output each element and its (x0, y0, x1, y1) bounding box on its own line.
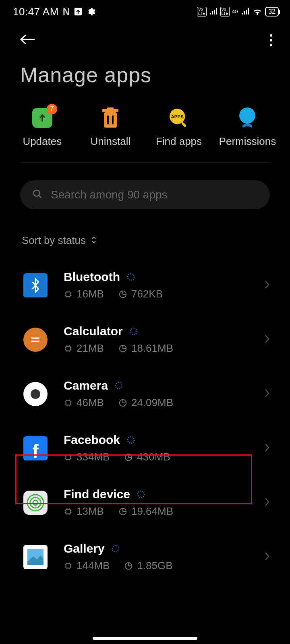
action-permissions[interactable]: Permissions (219, 108, 276, 148)
signal-icon-1 (209, 8, 218, 15)
battery-indicator: 32 (265, 7, 279, 17)
svg-rect-15 (66, 346, 70, 351)
status-time: 10:47 AM (13, 6, 59, 18)
svg-rect-1 (104, 112, 117, 128)
app-data: 762KB (131, 288, 163, 300)
svg-rect-8 (181, 122, 187, 128)
sort-selector[interactable]: Sort by status (0, 209, 290, 247)
updates-badge: 7 (47, 104, 57, 114)
app-data: 18.61MB (131, 342, 173, 355)
chevron-right-icon (264, 388, 270, 400)
chevron-right-icon (264, 443, 270, 454)
trash-icon (100, 108, 120, 128)
action-row: 7 Updates Uninstall APPS Find apps Permi… (0, 103, 290, 162)
more-options-icon[interactable] (270, 34, 272, 46)
svg-rect-18 (66, 400, 70, 405)
volte-icon-2: VoLTE (220, 7, 230, 17)
app-storage: 16MB (77, 288, 104, 300)
volte-icon-1: VoLTE (197, 7, 207, 17)
svg-point-24 (30, 497, 41, 508)
signal-icon-2 (241, 8, 250, 15)
permissions-icon (237, 108, 257, 128)
wifi-icon (252, 8, 263, 16)
camera-icon (23, 382, 48, 406)
svg-text:APPS: APPS (171, 114, 184, 119)
app-item-facebook[interactable]: f Facebook 334MB 430MB (0, 421, 290, 475)
svg-rect-3 (107, 107, 114, 110)
findapps-icon: APPS (169, 108, 189, 128)
svg-rect-21 (66, 455, 70, 459)
app-item-finddevice[interactable]: Find device 13MB 19.64MB (0, 475, 290, 530)
chevron-right-icon (264, 334, 270, 345)
svg-rect-27 (66, 509, 70, 514)
svg-point-9 (239, 107, 255, 124)
app-storage: 21MB (77, 342, 104, 355)
app-storage: 13MB (77, 505, 104, 518)
page-title: Manage apps (0, 53, 290, 103)
status-indicator-icon (129, 327, 138, 336)
sort-chevron-icon (91, 236, 97, 246)
divider (20, 162, 270, 163)
search-icon (32, 189, 43, 201)
svg-point-11 (128, 274, 134, 280)
calculator-icon (23, 328, 48, 352)
app-data: 430MB (137, 451, 170, 463)
app-item-calculator[interactable]: Calculator 21MB 18.61MB (0, 312, 290, 367)
netflix-icon: N (63, 6, 70, 17)
app-list: Bluetooth 16MB 762KB Calculator 21MB 18.… (0, 247, 290, 584)
action-uninstall[interactable]: Uninstall (82, 108, 139, 148)
svg-point-26 (138, 491, 144, 497)
status-indicator-icon (114, 381, 123, 390)
finddevice-icon (23, 491, 48, 515)
chevron-right-icon (264, 551, 270, 563)
svg-point-25 (33, 500, 38, 505)
app-storage: 144MB (77, 559, 110, 572)
svg-rect-12 (66, 292, 70, 296)
nav-home-indicator[interactable] (93, 637, 197, 640)
app-name: Gallery (64, 542, 105, 555)
svg-point-17 (116, 382, 122, 389)
updates-icon: 7 (32, 108, 52, 128)
sort-label: Sort by status (22, 234, 86, 247)
app-item-camera[interactable]: Camera 46MB 24.09MB (0, 367, 290, 421)
app-data: 19.64MB (131, 505, 173, 518)
chevron-right-icon (264, 497, 270, 508)
action-findapps[interactable]: APPS Find apps (151, 108, 207, 148)
svg-rect-4 (107, 116, 109, 124)
settings-icon (87, 7, 95, 16)
status-indicator-icon (137, 490, 145, 499)
permissions-label: Permissions (219, 135, 276, 148)
svg-rect-5 (112, 116, 114, 124)
status-bar: 10:47 AM N VoLTE VoLTE 4G 32 (0, 0, 290, 23)
findapps-label: Find apps (156, 135, 202, 148)
app-name: Facebook (64, 433, 120, 447)
header (0, 23, 290, 53)
bluetooth-icon (23, 273, 48, 297)
app-data: 24.09MB (131, 396, 173, 409)
status-indicator-icon (126, 272, 135, 281)
app-item-gallery[interactable]: Gallery 144MB 1.85GB (0, 530, 290, 584)
app-item-bluetooth[interactable]: Bluetooth 16MB 762KB (0, 258, 290, 312)
status-indicator-icon (126, 436, 135, 444)
app-name: Find device (64, 487, 130, 501)
app-name: Bluetooth (64, 270, 120, 284)
app-data: 1.85GB (137, 559, 172, 572)
app-storage: 46MB (77, 396, 104, 409)
status-indicator-icon (111, 544, 120, 553)
svg-point-20 (128, 437, 134, 443)
facebook-icon: f (23, 436, 48, 460)
svg-point-10 (33, 190, 39, 196)
svg-rect-31 (66, 564, 70, 568)
gallery-icon (23, 545, 48, 569)
action-updates[interactable]: 7 Updates (14, 108, 70, 148)
4g-icon: 4G (232, 9, 238, 14)
svg-point-14 (130, 328, 137, 334)
search-input[interactable] (51, 188, 258, 201)
back-arrow-icon[interactable] (19, 34, 35, 47)
app-name: Calculator (64, 324, 123, 338)
app-name: Camera (64, 379, 108, 392)
upload-icon (74, 7, 83, 16)
search-bar[interactable] (20, 180, 270, 209)
app-storage: 334MB (77, 451, 110, 463)
updates-label: Updates (23, 135, 62, 148)
